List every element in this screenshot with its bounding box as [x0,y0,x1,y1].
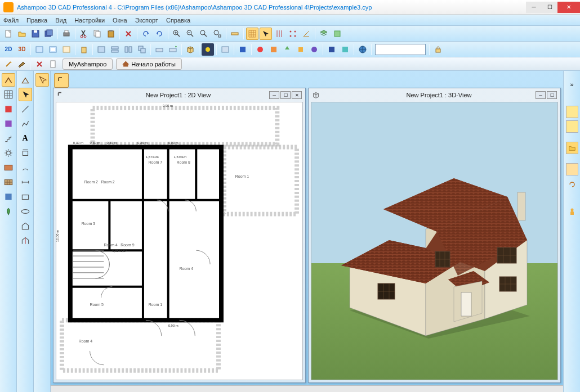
line-icon[interactable] [19,102,32,116]
tool-icon-e[interactable] [308,43,320,56]
view-icon-1[interactable] [33,43,46,56]
tool-hammer-icon[interactable] [16,58,28,70]
red-tool-icon[interactable] [2,102,15,116]
grid-tool-icon[interactable] [2,88,15,101]
ruler-icon[interactable] [229,28,241,40]
tool-page-icon[interactable] [47,58,59,70]
folder-icon[interactable] [566,142,578,154]
tab-myashampoo[interactable]: MyAshampoo [63,58,113,70]
purple-tool-icon[interactable] [2,117,15,130]
arc-icon[interactable] [19,161,32,174]
floor-icon[interactable] [153,43,166,56]
window-tile-h-icon[interactable] [109,43,121,56]
section-icon[interactable] [19,234,32,247]
panel-min-icon[interactable]: ─ [269,91,279,99]
brick-icon[interactable] [2,161,15,174]
zoom-in-icon[interactable] [171,28,183,40]
tool-wand-icon[interactable] [2,58,15,70]
texture-icon[interactable] [2,175,15,189]
menu-export[interactable]: Экспорт [135,17,158,24]
menu-view[interactable]: Вид [55,17,66,24]
text-icon[interactable]: A [19,132,32,145]
building-icon[interactable] [78,43,90,56]
redo-icon[interactable] [153,28,166,40]
tab-getting-started[interactable]: Начало работы [116,58,182,70]
tool-icon-d[interactable] [295,43,307,56]
catalog-icon-1[interactable] [566,106,578,118]
menu-windows[interactable]: Окна [113,17,127,24]
dimension-icon[interactable] [19,175,32,189]
tool-icon-c[interactable] [281,43,293,56]
blue-tool-icon[interactable] [2,190,15,204]
rotate-icon[interactable] [565,178,579,191]
zoom-region-icon[interactable] [211,28,224,40]
menu-file[interactable]: Файл [3,17,19,24]
tool-icon-b[interactable] [267,43,280,56]
clipboard-icon[interactable] [566,163,578,175]
tool-icon-a[interactable] [254,43,266,56]
menu-settings[interactable]: Настройки [74,17,105,24]
rect-icon[interactable] [19,190,32,204]
menu-edit[interactable]: Правка [26,17,47,24]
render-icon[interactable] [202,43,214,56]
stairs-icon[interactable] [2,132,15,145]
cursor-icon[interactable] [19,88,32,101]
floor-add-icon[interactable] [167,43,179,56]
menu-help[interactable]: Справка [166,17,190,24]
globe-icon[interactable] [356,43,369,56]
window-tile-v-icon[interactable] [122,43,135,56]
horizontal-scrollbar[interactable] [51,385,563,392]
open-icon[interactable] [16,28,28,40]
viewport-2d[interactable]: Room 2 Room 2 Room 7 Room 8 Room 1 Room … [56,102,303,380]
snap-points-icon[interactable] [287,28,299,40]
layers-icon[interactable] [318,28,330,40]
zoom-fit-icon[interactable] [198,28,210,40]
color-icon[interactable] [237,43,249,56]
panel3d-max-icon[interactable]: ☐ [547,91,557,99]
window-cascade-icon[interactable] [136,43,148,56]
catalog-icon-2[interactable] [566,120,578,133]
leaf-icon[interactable] [2,205,15,218]
layer-dropdown[interactable] [375,44,426,55]
mode-2d-button[interactable]: 2D [2,43,15,56]
view-tab-corner[interactable] [54,73,69,88]
arrow-icon[interactable] [260,28,272,40]
export-icon[interactable] [331,28,343,40]
box-icon[interactable] [184,43,197,56]
maximize-button[interactable]: ☐ [542,2,557,13]
snap-angle-icon[interactable] [300,28,313,40]
material-icon[interactable] [219,43,231,56]
rotate-3d-icon[interactable] [19,205,32,218]
minimize-button[interactable]: ─ [526,2,542,13]
new-icon[interactable] [2,28,15,40]
select-mode-icon[interactable] [35,73,49,87]
polyline-icon[interactable] [19,117,32,130]
lock-icon[interactable] [432,43,444,56]
copy-icon[interactable] [91,28,104,40]
tool-icon-f[interactable] [325,43,338,56]
cut-icon[interactable] [78,28,90,40]
house-side-icon[interactable] [19,219,32,233]
undo-icon[interactable] [140,28,152,40]
tool-cross-icon[interactable] [33,58,46,70]
wall-icon[interactable] [2,73,15,87]
zoom-out-icon[interactable] [184,28,197,40]
outline-icon[interactable] [19,146,32,160]
panel-max-icon[interactable]: ☐ [280,91,291,99]
view-icon-3[interactable] [60,43,73,56]
gear-icon[interactable] [2,146,15,160]
close-button[interactable]: ✕ [557,2,580,13]
panel-close-icon[interactable]: ✕ [292,91,302,99]
expand-icon[interactable]: » [565,78,579,91]
mode-3d-button[interactable]: 3D [16,43,28,56]
save-icon[interactable] [29,28,42,40]
delete-icon[interactable] [122,28,135,40]
grid-icon[interactable] [246,28,258,40]
panel3d-min-icon[interactable]: ─ [536,91,546,99]
snap-lines-icon[interactable] [273,28,285,40]
tool-icon-g[interactable] [339,43,351,56]
building-side-icon[interactable] [19,73,32,87]
viewport-3d[interactable] [311,102,558,380]
print-icon[interactable] [60,28,73,40]
saveall-icon[interactable] [43,28,55,40]
